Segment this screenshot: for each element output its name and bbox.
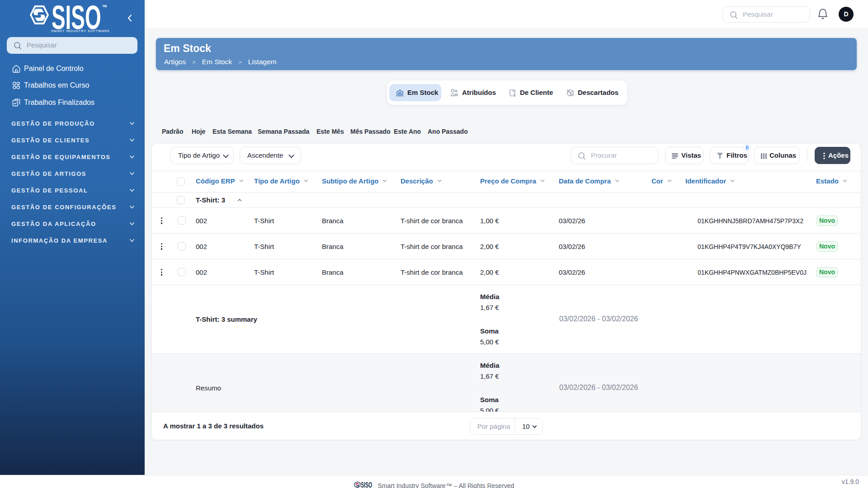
svg-text:TM: TM (102, 5, 107, 8)
svg-text:SISO: SISO (361, 480, 372, 488)
